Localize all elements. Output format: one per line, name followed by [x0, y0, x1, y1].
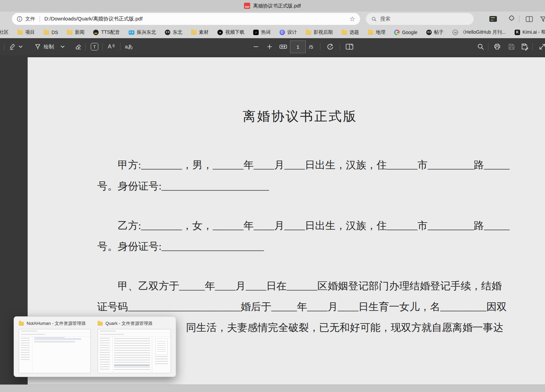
folder-icon [98, 322, 103, 326]
video-download-icon [217, 30, 223, 35]
bookmark-label: TTS配音 [101, 29, 119, 35]
pdf-viewer-area: 离婚协议书正式版 甲方:________，男，______年____月____日… [0, 55, 545, 385]
folder-icon [306, 30, 311, 34]
folder-icon [17, 30, 23, 34]
bookmark-label: 设计 [287, 29, 297, 35]
rotate-page-button[interactable] [326, 43, 334, 51]
bookmark-item[interactable]: 振兴东北 [129, 29, 156, 35]
bookmark-item[interactable]: 帖子 [426, 29, 444, 35]
bookmark-item[interactable]: 视频下载 [217, 29, 244, 35]
folder-icon [67, 30, 72, 34]
search-placeholder: 搜索 [380, 16, 390, 22]
toolbar-divider [488, 43, 488, 50]
document-line: 甲方:________，男，______年____月____日出生，汉族，住__… [97, 158, 510, 172]
bookmark-label: 《HelloGitHub 月刊... [460, 29, 506, 35]
toolbar-divider [4, 43, 4, 50]
toolbar-divider [102, 43, 103, 50]
bookmark-item[interactable]: Kimi.ai - 帮你看更大... [515, 29, 545, 35]
translate-button[interactable]: aあ [125, 44, 133, 50]
tab-title: 离婚协议书正式版.pdf [253, 3, 301, 9]
favorite-star-icon[interactable]: ☆ [349, 16, 355, 22]
bookmark-item[interactable]: 地理 [368, 29, 385, 35]
toolbar-divider [532, 43, 533, 50]
bookmark-label: DS [52, 30, 58, 35]
face-site-icon [426, 30, 432, 35]
bookmark-item[interactable]: 设计 [279, 29, 297, 35]
print-button[interactable] [493, 43, 501, 50]
add-text-button[interactable]: T [91, 43, 98, 50]
bookmark-item[interactable]: DS [44, 30, 58, 35]
find-in-document-button[interactable] [477, 43, 484, 50]
eraser-button[interactable] [74, 43, 82, 50]
bookmark-item[interactable]: 影视后期 [306, 29, 333, 35]
highlight-tool-button[interactable] [9, 43, 16, 50]
wallet-icon[interactable] [489, 16, 497, 22]
bookmark-item[interactable]: 选题 [342, 29, 359, 35]
bookmark-item[interactable]: 素材 [191, 29, 209, 35]
folder-icon [44, 30, 49, 34]
document-title: 离婚协议书正式版 [41, 108, 545, 125]
bookmark-item[interactable]: Google [394, 30, 417, 35]
address-bar[interactable]: 文件 D:/Downloads/Quark/离婚协议书正式版.pdf ☆ [12, 13, 360, 25]
split-screen-icon[interactable] [526, 16, 533, 22]
navbar-divider [519, 16, 519, 22]
bilibili-tv-icon [129, 30, 134, 35]
pdf-toolbar: 绘制 T A aあ 1 /5 [0, 38, 545, 55]
document-line: 号。身份证号:_____________________ [97, 179, 269, 193]
folder-icon [342, 30, 347, 34]
file-scheme-label: 文件 [25, 16, 35, 22]
extensions-puzzle-icon[interactable] [507, 15, 515, 23]
bookmark-label: Kimi.ai - 帮你看更大... [522, 29, 545, 35]
chevron-down-icon[interactable] [19, 46, 23, 48]
document-line: 号。身份证号:____________________ [97, 240, 264, 254]
chevron-down-icon[interactable] [61, 46, 64, 48]
fit-to-width-button[interactable] [279, 43, 287, 50]
page-view-button[interactable] [345, 43, 354, 50]
taskbar-preview-notahuman[interactable]: NotAHuman - 文件资源管理器 [19, 320, 91, 373]
save-as-button[interactable] [521, 43, 529, 51]
url-text[interactable]: D:/Downloads/Quark/离婚协议书正式版.pdf [44, 16, 143, 22]
folder-icon [368, 30, 373, 34]
pdf-file-icon: PDF [244, 3, 250, 9]
bookmark-item[interactable]: 东北 [165, 29, 182, 35]
bookmark-item[interactable]: TTS配音 [93, 29, 119, 35]
zoom-out-button[interactable] [253, 44, 259, 49]
bookmark-item[interactable]: 项目 [17, 29, 35, 35]
bookmark-item[interactable]: 新闻 [67, 29, 84, 35]
explorer-thumbnail[interactable] [98, 329, 171, 373]
document-line: 同生活，夫妻感情完全破裂，已无和好可能，现双方就自愿离婚一事达 [186, 321, 503, 335]
browser-titlebar: PDF 离婚协议书正式版.pdf [0, 0, 545, 12]
preview-window-title: NotAHuman - 文件资源管理器 [27, 320, 86, 327]
bookmark-label: 视频下载 [225, 29, 244, 35]
explorer-thumbnail[interactable] [19, 329, 91, 373]
bookmark-label: 项目 [25, 29, 35, 35]
design-site-icon [279, 30, 285, 35]
filter-funnel-icon[interactable] [540, 16, 545, 22]
search-box[interactable]: 搜索 [366, 13, 474, 25]
bookmark-item[interactable]: 社区 [0, 29, 9, 35]
bookmark-label: 帖子 [434, 29, 444, 35]
taskbar-preview-quark[interactable]: Quark - 文件资源管理器 [98, 320, 171, 373]
toolbar-divider [120, 43, 120, 50]
read-aloud-button[interactable]: A [108, 44, 115, 50]
toolbar-divider [340, 43, 340, 50]
folder-icon [191, 30, 197, 34]
face-site-icon [165, 30, 170, 35]
site-info-icon[interactable] [17, 16, 23, 22]
draw-tool-button[interactable]: 绘制 [44, 44, 54, 50]
bookmark-item[interactable]: 热词 [253, 29, 271, 35]
save-button[interactable] [508, 43, 515, 50]
search-icon [371, 16, 377, 22]
fullscreen-icon[interactable] [539, 43, 545, 50]
page-number-input[interactable]: 1 [290, 41, 306, 53]
zoom-in-button[interactable] [267, 44, 272, 49]
bookmark-label: 热词 [261, 29, 271, 35]
google-icon [394, 30, 400, 35]
active-tab[interactable]: PDF 离婚协议书正式版.pdf [244, 3, 301, 9]
bookmark-label: 素材 [199, 29, 209, 35]
draw-pen-icon[interactable] [34, 43, 42, 50]
bookmark-item[interactable]: 《HelloGitHub 月刊... [453, 29, 506, 35]
document-line: 证号码______________________婚后于_____年____月_… [97, 300, 507, 314]
preview-window-title: Quark - 文件资源管理器 [105, 320, 153, 327]
read-aloud-letter: A [108, 44, 112, 50]
